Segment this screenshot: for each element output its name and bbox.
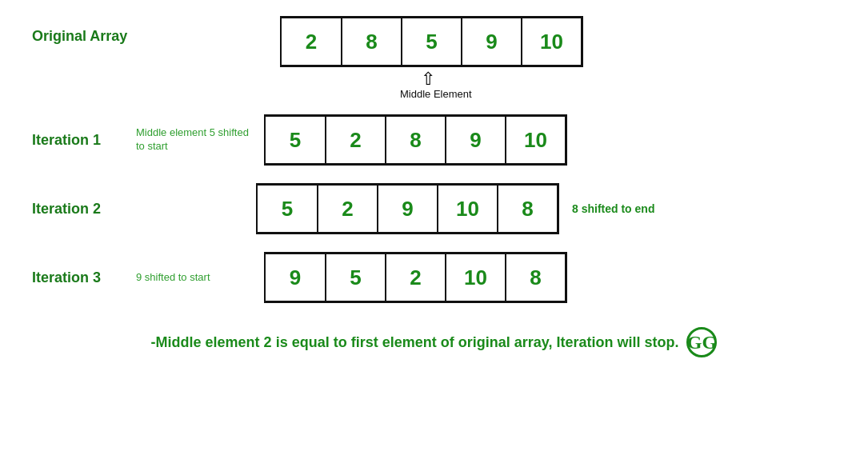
iteration3-array-box: 9 5 2 10 8 [264, 252, 567, 303]
cell-iter2-3: 10 [438, 185, 498, 233]
geeksforgeeks-logo: GG [686, 327, 717, 357]
iteration2-side-note: 8 shifted to end [572, 202, 654, 215]
cell-iter2-4: 8 [498, 185, 558, 233]
original-array-row: Original Array 2 8 5 9 10 ⇧ Middle Eleme… [32, 16, 836, 100]
footer: -Middle element 2 is equal to first elem… [32, 327, 836, 357]
cell-iter2-0: 5 [258, 185, 318, 233]
cell-iter2-2: 9 [378, 185, 438, 233]
original-array-column: 2 8 5 9 10 ⇧ Middle Element [280, 16, 583, 100]
iteration2-array-box: 5 2 9 10 8 [256, 183, 559, 234]
cell-iter3-3: 10 [446, 253, 506, 301]
middle-element-arrow: ⇧ Middle Element [400, 70, 472, 100]
iteration2-row: Iteration 2 5 2 9 10 8 8 shifted to end [32, 183, 836, 234]
iteration3-row: Iteration 3 9 shifted to start 9 5 2 10 … [32, 252, 836, 303]
cell-iter1-0: 5 [266, 116, 326, 164]
cell-iter3-1: 5 [326, 253, 386, 301]
iteration1-array-box: 5 2 8 9 10 [264, 114, 567, 166]
original-array-box: 2 8 5 9 10 [280, 16, 583, 67]
cell-iter3-4: 8 [506, 253, 566, 301]
iteration1-note: Middle element 5 shifted to start [136, 126, 256, 154]
cell-iter1-3: 9 [446, 116, 506, 164]
iteration1-label: Iteration 1 [32, 132, 136, 149]
main-container: Original Array 2 8 5 9 10 ⇧ Middle Eleme… [0, 0, 868, 471]
up-arrow-icon: ⇧ [421, 70, 435, 88]
cell-iter3-2: 2 [386, 253, 446, 301]
original-label: Original Array [32, 28, 136, 45]
cell-iter1-2: 8 [386, 116, 446, 164]
cell-orig-1: 8 [342, 18, 402, 66]
cell-iter1-4: 10 [506, 116, 566, 164]
iteration1-row: Iteration 1 Middle element 5 shifted to … [32, 114, 836, 166]
middle-element-label: Middle Element [400, 88, 472, 100]
iteration2-label: Iteration 2 [32, 201, 136, 218]
cell-iter3-0: 9 [266, 253, 326, 301]
iteration3-note: 9 shifted to start [136, 271, 256, 285]
cell-orig-2: 5 [402, 18, 462, 66]
iteration3-label: Iteration 3 [32, 269, 136, 286]
cell-orig-3: 9 [462, 18, 522, 66]
cell-orig-4: 10 [522, 18, 582, 66]
cell-iter1-1: 2 [326, 116, 386, 164]
cell-orig-0: 2 [282, 18, 342, 66]
middle-element-arrow-container: ⇧ Middle Element [400, 70, 472, 100]
cell-iter2-1: 2 [318, 185, 378, 233]
footer-text: -Middle element 2 is equal to first elem… [151, 334, 679, 351]
